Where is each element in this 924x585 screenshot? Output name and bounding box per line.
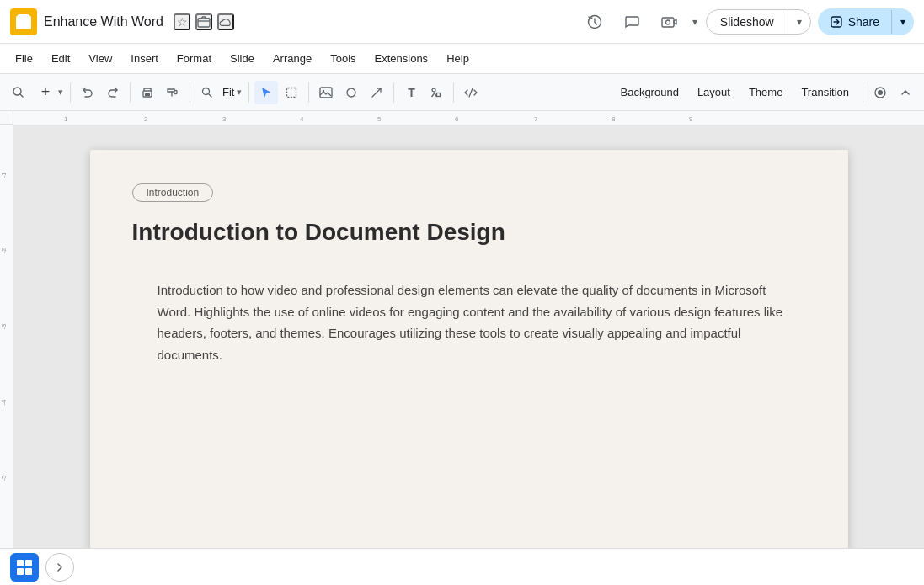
grid-cell-2 xyxy=(25,560,32,566)
share-button[interactable]: Share xyxy=(818,8,891,35)
slideshow-button-group: Slideshow ▾ xyxy=(706,9,811,35)
slide-body[interactable]: Introduction to how video and profession… xyxy=(158,279,798,365)
menu-tools[interactable]: Tools xyxy=(322,49,364,68)
rulers-wrapper: 1 2 3 4 5 6 7 8 9 -1 -2 xyxy=(0,111,924,585)
zoom-button[interactable] xyxy=(195,81,219,104)
ruler-horizontal: 1 2 3 4 5 6 7 8 9 xyxy=(13,111,924,125)
app-title: Enhance With Word xyxy=(44,14,163,29)
slide[interactable]: Introduction Introduction to Document De… xyxy=(90,150,848,554)
ruler-v-svg: -1 -2 -3 -4 -5 xyxy=(0,125,13,585)
theme-button[interactable]: Theme xyxy=(740,82,791,102)
menu-view[interactable]: View xyxy=(80,49,120,68)
svg-text:8: 8 xyxy=(612,115,616,123)
menu-format[interactable]: Format xyxy=(168,49,220,68)
ruler-vertical: -1 -2 -3 -4 -5 xyxy=(0,125,13,585)
sep1 xyxy=(70,82,71,103)
share-button-group: Share ▾ xyxy=(818,8,914,35)
insert-shapes-button[interactable] xyxy=(339,81,363,104)
insert-text-button[interactable]: T xyxy=(399,81,423,104)
share-label: Share xyxy=(848,15,879,29)
toolbar: + ▾ Fit ▾ T xyxy=(0,74,924,111)
expand-panel-button[interactable] xyxy=(45,553,74,582)
redo-button[interactable] xyxy=(101,81,125,104)
more-shapes-button[interactable] xyxy=(425,81,448,104)
background-button[interactable]: Background xyxy=(612,82,686,102)
svg-text:3: 3 xyxy=(222,115,227,123)
sep7 xyxy=(453,82,454,103)
grid-cell-3 xyxy=(17,568,24,575)
camera-button[interactable] xyxy=(654,7,684,37)
grid-view-button[interactable] xyxy=(10,553,39,582)
main-area: 1 2 3 4 5 6 7 8 9 -1 -2 xyxy=(0,111,924,585)
svg-text:-4: -4 xyxy=(0,399,8,406)
title-bar: Enhance With Word ☆ ▾ Slideshow ▾ xyxy=(0,0,924,44)
insert-image-button[interactable] xyxy=(314,81,338,104)
toolbar-right: Background Layout Theme Transition xyxy=(612,81,917,104)
ruler-top-row: 1 2 3 4 5 6 7 8 9 xyxy=(0,111,924,125)
grid-cell-1 xyxy=(17,560,24,566)
ruler-corner xyxy=(0,111,13,125)
layout-button[interactable]: Layout xyxy=(689,82,739,102)
star-button[interactable]: ☆ xyxy=(174,13,190,30)
select-cursor-button[interactable] xyxy=(254,81,278,104)
history-button[interactable] xyxy=(580,7,610,37)
svg-text:9: 9 xyxy=(689,115,693,123)
svg-rect-17 xyxy=(13,111,924,125)
svg-text:6: 6 xyxy=(455,115,459,123)
cloud-button[interactable] xyxy=(217,13,234,30)
comments-button[interactable] xyxy=(617,7,647,37)
svg-rect-14 xyxy=(437,93,441,96)
menu-insert[interactable]: Insert xyxy=(122,49,167,68)
svg-text:4: 4 xyxy=(300,115,304,123)
svg-rect-2 xyxy=(662,18,674,27)
slide-title[interactable]: Introduction to Document Design xyxy=(132,219,798,246)
svg-rect-0 xyxy=(198,19,210,27)
print-button[interactable] xyxy=(136,81,159,104)
svg-rect-7 xyxy=(145,93,150,96)
svg-point-12 xyxy=(347,88,355,97)
zoom-label: Fit xyxy=(222,86,234,98)
ruler-h-svg: 1 2 3 4 5 6 7 8 9 xyxy=(13,111,924,125)
camera-dropdown[interactable]: ▾ xyxy=(692,16,697,28)
zoom-select-wrapper[interactable]: Fit ▾ xyxy=(221,86,243,98)
svg-text:7: 7 xyxy=(534,115,538,123)
folder-button[interactable] xyxy=(195,13,212,30)
menu-extensions[interactable]: Extensions xyxy=(366,49,437,68)
title-icons: ☆ xyxy=(174,13,234,30)
menu-edit[interactable]: Edit xyxy=(43,49,78,68)
app-icon xyxy=(10,8,37,35)
svg-text:-5: -5 xyxy=(0,475,8,481)
svg-text:1: 1 xyxy=(64,115,68,123)
bottom-bar xyxy=(0,548,924,585)
add-slide-wrapper[interactable]: + ▾ xyxy=(32,81,65,104)
svg-point-13 xyxy=(432,88,435,92)
slideshow-dropdown-button[interactable]: ▾ xyxy=(788,11,810,33)
svg-text:5: 5 xyxy=(377,115,382,123)
slide-canvas-wrapper[interactable]: Introduction Introduction to Document De… xyxy=(13,125,924,585)
svg-text:-2: -2 xyxy=(0,247,8,254)
sep3 xyxy=(190,82,190,103)
insert-line-button[interactable] xyxy=(365,81,388,104)
undo-button[interactable] xyxy=(76,81,99,104)
sep2 xyxy=(130,82,131,103)
sep4 xyxy=(248,82,249,103)
svg-rect-9 xyxy=(287,88,296,97)
select-frame-button[interactable] xyxy=(280,81,303,104)
menu-slide[interactable]: Slide xyxy=(222,49,263,68)
menu-arrange[interactable]: Arrange xyxy=(264,49,320,68)
transition-button[interactable]: Transition xyxy=(793,82,857,102)
paint-format-button[interactable] xyxy=(161,81,184,104)
slideshow-button[interactable]: Slideshow xyxy=(707,10,788,34)
record-button[interactable] xyxy=(868,81,892,104)
collapse-toolbar-button[interactable] xyxy=(894,81,917,104)
search-button[interactable] xyxy=(7,81,30,104)
grid-icon xyxy=(17,560,32,575)
svg-point-8 xyxy=(203,88,210,94)
menu-help[interactable]: Help xyxy=(438,49,478,68)
sep8 xyxy=(863,82,863,103)
share-dropdown-button[interactable]: ▾ xyxy=(892,9,914,35)
menu-file[interactable]: File xyxy=(7,49,41,68)
sep6 xyxy=(393,82,394,103)
insert-embed-button[interactable] xyxy=(459,81,483,104)
add-button[interactable]: + xyxy=(34,81,57,104)
